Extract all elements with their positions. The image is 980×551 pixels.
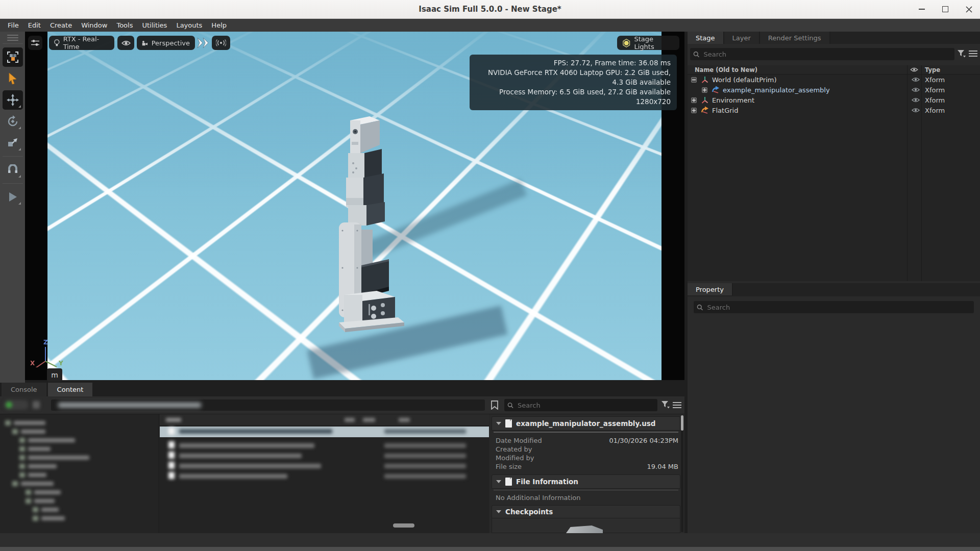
axis-gizmo[interactable]: Z X Y: [29, 339, 66, 367]
file-list-pane[interactable]: [160, 414, 489, 533]
stage-row-example-manipulator-assembly[interactable]: example_manipulator_assembly Xform: [688, 85, 980, 95]
tab-content[interactable]: Content: [48, 383, 93, 396]
selected-file-row[interactable]: [160, 427, 489, 437]
property-search[interactable]: [694, 301, 974, 313]
file-info-icon: [505, 478, 512, 486]
tab-property[interactable]: Property: [688, 283, 733, 295]
menu-create[interactable]: Create: [45, 20, 77, 31]
viewport-settings-button[interactable]: [28, 36, 42, 50]
stage-row-environment[interactable]: Environment Xform: [688, 95, 980, 105]
toolbar-expand-button[interactable]: [197, 37, 210, 48]
expand-expander-icon[interactable]: [702, 87, 707, 93]
file-row[interactable]: [160, 451, 489, 461]
column-visibility-icon[interactable]: [910, 67, 918, 72]
content-search-input[interactable]: [517, 401, 654, 410]
stage-search[interactable]: [690, 48, 954, 60]
menu-tools[interactable]: Tools: [112, 20, 137, 31]
scale-tool-button[interactable]: [3, 133, 23, 153]
menu-layouts[interactable]: Layouts: [172, 20, 207, 31]
content-search[interactable]: [504, 399, 657, 411]
stage-options-button[interactable]: [969, 50, 977, 57]
rotate-tool-icon: [7, 115, 19, 128]
content-options-button[interactable]: [673, 402, 681, 409]
sliders-icon: [31, 39, 39, 46]
move-tool-icon: [7, 94, 19, 106]
horizontal-scrollbar[interactable]: [393, 523, 414, 528]
close-button[interactable]: [965, 5, 973, 13]
waypoint-button[interactable]: [212, 36, 230, 50]
column-type[interactable]: Type: [925, 66, 940, 73]
blurred-open-button[interactable]: [4, 400, 29, 410]
minimize-button[interactable]: [918, 5, 926, 13]
menu-edit[interactable]: Edit: [23, 20, 45, 31]
selected-file-name: example_manipulator_assembly.usd: [516, 419, 656, 428]
bookmark-icon: [491, 400, 498, 410]
play-icon: [8, 191, 18, 203]
close-icon: [966, 6, 972, 13]
tab-stage[interactable]: Stage: [688, 32, 724, 44]
menu-window[interactable]: Window: [77, 20, 112, 31]
select-tool-button[interactable]: [3, 69, 23, 88]
prim-type: Xform: [925, 86, 945, 94]
robot-manipulator[interactable]: [324, 112, 426, 337]
axis-y-label: Y: [58, 360, 63, 367]
file-information-section[interactable]: File Information: [492, 474, 680, 489]
viewport-toolbar: [0, 32, 25, 383]
content-filter-button[interactable]: [662, 401, 670, 409]
visibility-eye-icon[interactable]: [910, 97, 921, 103]
divider: [494, 432, 678, 433]
stage-filter-button[interactable]: [958, 50, 966, 58]
visibility-button[interactable]: [117, 36, 134, 50]
snap-tool-button[interactable]: [3, 160, 23, 180]
tab-layer[interactable]: Layer: [724, 32, 760, 44]
search-icon: [697, 304, 703, 311]
stage-search-input[interactable]: [702, 50, 951, 59]
unit-badge[interactable]: m: [47, 368, 62, 382]
stage-row-world[interactable]: World (defaultPrim) Xform: [688, 74, 980, 85]
file-row[interactable]: [160, 461, 489, 471]
checkpoints-section[interactable]: Checkpoints: [492, 505, 680, 518]
stage-lights-button[interactable]: Stage Lights: [617, 36, 679, 50]
file-row[interactable]: [160, 471, 489, 481]
maximize-button[interactable]: [941, 5, 949, 13]
camera-button[interactable]: Perspective: [137, 36, 195, 50]
collapse-expander-icon[interactable]: [691, 77, 697, 83]
selection-mode-button[interactable]: [3, 47, 23, 67]
toolbar-drag-handle-icon[interactable]: [7, 35, 18, 41]
renderer-button[interactable]: RTX - Real-Time: [49, 36, 114, 50]
stat-resolution: 1280x720: [476, 97, 671, 107]
move-tool-button[interactable]: [3, 90, 23, 110]
stage-row-flatgrid[interactable]: FlatGrid Xform: [688, 105, 980, 115]
blurred-path-bar[interactable]: [51, 399, 485, 411]
column-name[interactable]: Name (Old to New): [695, 66, 757, 73]
eye-icon: [121, 40, 131, 46]
file-details-header[interactable]: example_manipulator_assembly.usd: [492, 416, 680, 431]
expand-expander-icon[interactable]: [691, 97, 697, 103]
search-icon: [693, 51, 699, 58]
rotate-tool-button[interactable]: [3, 112, 23, 131]
visibility-eye-icon[interactable]: [910, 77, 921, 83]
expand-expander-icon[interactable]: [691, 108, 697, 113]
bookmark-button[interactable]: [491, 400, 498, 410]
details-scrollbar[interactable]: [681, 415, 683, 532]
reference-prim-icon: [712, 86, 720, 94]
viewport[interactable]: RTX - Real-Time Perspective: [25, 32, 684, 380]
menu-utilities[interactable]: Utilities: [137, 20, 172, 31]
field-modified-by: Modified by: [496, 454, 678, 462]
stat-fps: FPS: 27.72, Frame time: 36.08 ms: [476, 58, 671, 68]
tab-console[interactable]: Console: [2, 383, 46, 396]
field-created-by: Created by: [496, 445, 678, 453]
play-button[interactable]: [3, 187, 23, 207]
tab-render-settings[interactable]: Render Settings: [760, 32, 830, 44]
folder-tree-pane[interactable]: [0, 414, 159, 533]
blurred-nav-icon[interactable]: [33, 401, 40, 409]
visibility-eye-icon[interactable]: [910, 87, 921, 93]
collapse-triangle-icon: [496, 422, 501, 425]
field-file-size: File size19.04 MB: [496, 463, 678, 470]
menu-file[interactable]: File: [3, 20, 23, 31]
file-row[interactable]: [160, 441, 489, 450]
filter-icon: [958, 50, 966, 58]
menu-help[interactable]: Help: [207, 20, 231, 31]
property-search-input[interactable]: [706, 303, 971, 312]
visibility-eye-icon[interactable]: [910, 107, 921, 113]
